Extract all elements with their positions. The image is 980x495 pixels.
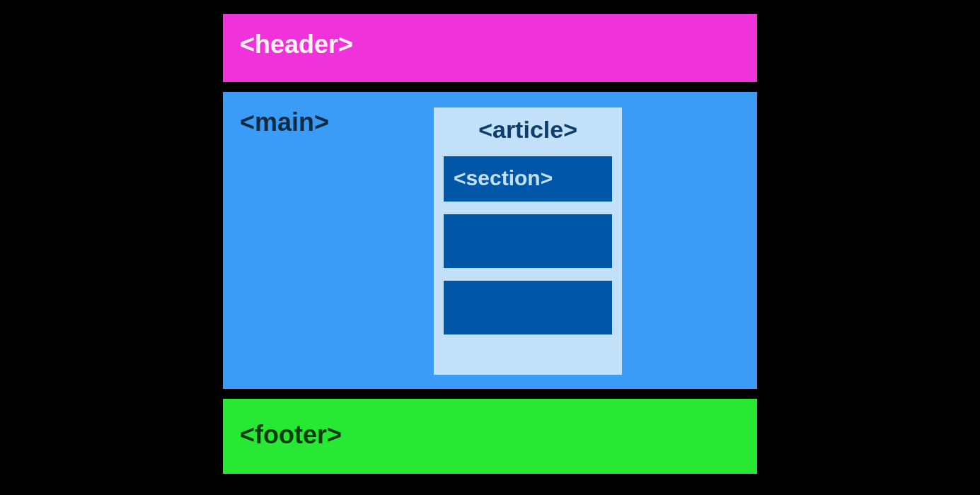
main-box: <main> <article> <section> <box>223 92 757 389</box>
html-layout-diagram: <header> <main> <article> <section> <foo… <box>223 14 757 474</box>
section-box: <section> <box>444 156 612 202</box>
section-box <box>444 214 612 268</box>
section-label: <section> <box>454 166 553 190</box>
header-box: <header> <box>223 14 757 82</box>
section-box <box>444 281 612 334</box>
main-label: <main> <box>240 107 329 373</box>
article-label: <article> <box>444 116 612 144</box>
header-label: <header> <box>240 30 353 59</box>
article-box: <article> <section> <box>434 107 622 375</box>
footer-box: <footer> <box>223 399 757 474</box>
footer-label: <footer> <box>240 420 342 449</box>
